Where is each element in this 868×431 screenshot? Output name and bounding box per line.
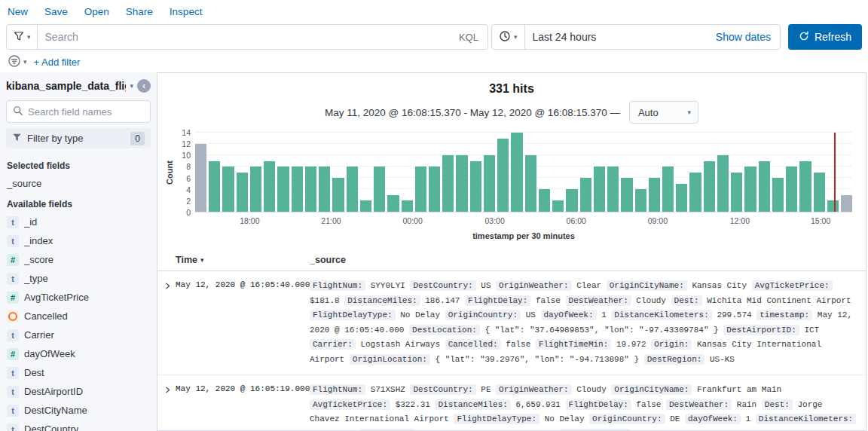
time-range-value[interactable]: Last 24 hours [525, 31, 604, 43]
histogram-bar[interactable] [539, 189, 550, 212]
histogram-bar[interactable] [649, 178, 660, 212]
histogram-bar[interactable] [415, 167, 426, 212]
filter-options-button[interactable]: ▾ [8, 54, 27, 70]
histogram-bar[interactable] [676, 184, 687, 212]
histogram-bars [195, 133, 852, 212]
chevron-down-icon: ▾ [23, 59, 27, 66]
field-item-_index[interactable]: t_index [0, 231, 157, 250]
field-item-DestAirportID[interactable]: tDestAirportID [0, 382, 157, 401]
histogram-bar[interactable] [305, 167, 316, 212]
search-input[interactable] [38, 31, 450, 43]
filter-by-type-button[interactable]: Filter by type 0 [6, 128, 151, 148]
histogram-bar[interactable] [744, 167, 756, 212]
field-value: 1 [746, 414, 751, 423]
field-item-Dest[interactable]: tDest [0, 363, 157, 382]
histogram-bar[interactable] [442, 155, 454, 212]
histogram-bar[interactable] [621, 178, 632, 212]
histogram-bar[interactable] [277, 167, 289, 212]
histogram-bar[interactable] [511, 133, 522, 212]
field-value: false [506, 340, 530, 349]
histogram-bar[interactable] [470, 161, 481, 212]
histogram-bar[interactable] [772, 178, 784, 212]
kql-toggle[interactable]: KQL [450, 32, 487, 43]
histogram-bar[interactable] [689, 173, 701, 212]
histogram-bar[interactable] [250, 167, 261, 212]
saved-queries-button[interactable]: ▾ [7, 25, 38, 49]
histogram-bar[interactable] [222, 167, 234, 212]
histogram-bar[interactable] [635, 189, 646, 212]
histogram-bar[interactable] [704, 161, 715, 212]
field-value: US [526, 310, 536, 319]
field-item-DestCityName[interactable]: tDestCityName [0, 401, 157, 420]
field-item-DestCountry[interactable]: tDestCountry [0, 420, 157, 431]
quick-select-button[interactable]: ▾ [492, 25, 525, 49]
menu-item-share[interactable]: Share [126, 6, 153, 17]
histogram-bar[interactable] [292, 167, 303, 212]
histogram-bar[interactable] [332, 178, 344, 212]
histogram-bar[interactable] [662, 167, 674, 212]
expand-doc-icon[interactable] [164, 383, 176, 431]
field-value: false [536, 296, 561, 305]
histogram-bar[interactable] [209, 161, 220, 212]
histogram-bar[interactable] [786, 167, 797, 212]
field-item-Carrier[interactable]: tCarrier [0, 326, 157, 344]
field-value: No Delay [545, 414, 585, 423]
histogram-bar[interactable] [607, 167, 619, 212]
histogram-bar[interactable] [717, 155, 729, 212]
y-tick-label: 14 [182, 128, 191, 137]
histogram-bar[interactable] [319, 167, 330, 212]
field-name: DestAirportID [24, 386, 83, 397]
menu-item-inspect[interactable]: Inspect [170, 6, 203, 17]
histogram-bar[interactable] [387, 195, 399, 212]
menu-item-open[interactable]: Open [84, 6, 109, 17]
histogram-bar[interactable] [237, 173, 248, 212]
field-key: DestRegion: [644, 354, 705, 365]
field-item-AvgTicketPrice[interactable]: #AvgTicketPrice [0, 288, 157, 307]
menu-item-save[interactable]: Save [44, 6, 68, 17]
histogram-bar[interactable] [827, 200, 839, 212]
field-key: DistanceKilometers: [756, 414, 856, 424]
histogram-bar[interactable] [814, 173, 825, 212]
doc-source: FlightNum: SYY0LYI DestCountry: US Origi… [310, 279, 857, 367]
refresh-button[interactable]: Refresh [788, 24, 862, 50]
histogram-bar[interactable] [759, 161, 770, 212]
add-filter-link[interactable]: + Add filter [34, 57, 81, 68]
field-item-Cancelled[interactable]: Cancelled [0, 307, 157, 326]
field-item-_source[interactable]: _source [0, 174, 157, 193]
histogram-bar[interactable] [841, 195, 852, 212]
expand-doc-icon[interactable] [164, 279, 176, 367]
histogram-bar[interactable] [484, 155, 495, 212]
field-item-_id[interactable]: t_id [0, 212, 157, 231]
collapse-sidebar-button[interactable]: ‹ [137, 79, 151, 93]
histogram-bar[interactable] [580, 178, 591, 212]
histogram-bar[interactable] [456, 155, 467, 212]
histogram-bar[interactable] [347, 167, 358, 212]
histogram-bar[interactable] [264, 161, 275, 212]
menu-item-new[interactable]: New [8, 6, 28, 17]
histogram-bar[interactable] [525, 155, 536, 212]
interval-select[interactable]: Auto ▾ [629, 101, 698, 124]
field-value: S71XSHZ [371, 385, 405, 394]
histogram-bar[interactable] [429, 167, 440, 212]
histogram-bar[interactable] [566, 189, 577, 212]
field-name: _type [24, 273, 48, 284]
histogram-bar[interactable] [731, 173, 742, 212]
histogram-bar[interactable] [497, 139, 509, 212]
histogram-bar[interactable] [402, 200, 413, 212]
field-item-_score[interactable]: #_score [0, 250, 157, 269]
field-item-_type[interactable]: t_type [0, 269, 157, 288]
time-column-header[interactable]: Time ▾ [176, 255, 310, 265]
histogram-bar[interactable] [374, 167, 385, 212]
histogram-bar[interactable] [552, 200, 564, 212]
field-item-dayOfWeek[interactable]: #dayOfWeek [0, 344, 157, 363]
y-tick-label: 10 [182, 151, 191, 160]
histogram-bar[interactable] [360, 200, 371, 212]
sort-descending-icon: ▾ [200, 256, 204, 264]
histogram-bar[interactable] [195, 144, 206, 212]
field-search-input[interactable] [28, 106, 144, 118]
index-pattern-select[interactable]: kibana_sample_data_flig... [6, 80, 126, 92]
filter-by-type-label: Filter by type [27, 133, 83, 144]
histogram-bar[interactable] [799, 161, 811, 212]
show-dates-link[interactable]: Show dates [716, 31, 780, 43]
histogram-bar[interactable] [594, 167, 605, 212]
